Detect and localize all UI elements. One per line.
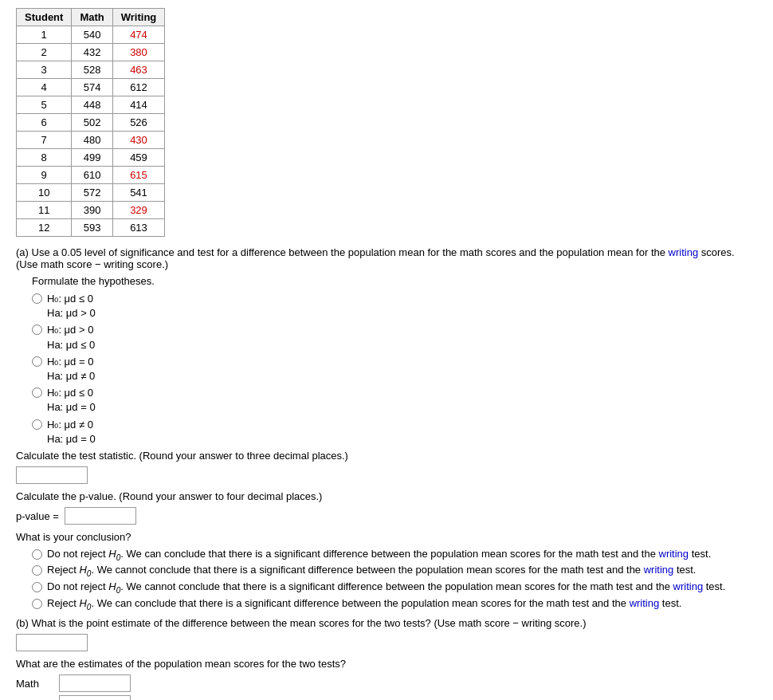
hypothesis-option-3: H₀: μd = 0Ha: μd ≠ 0 — [32, 355, 757, 383]
cell-math: 593 — [72, 219, 112, 237]
cell-math: 432 — [72, 44, 112, 61]
h0-text: H₀: μd ≤ 0 — [47, 292, 96, 306]
hypothesis-text: H₀: μd ≠ 0Ha: μd = 0 — [47, 418, 96, 446]
table-row: 9610615 — [17, 167, 165, 184]
math-mean-input[interactable] — [59, 674, 131, 692]
table-row: 6502526 — [17, 114, 165, 132]
cell-math: 480 — [72, 132, 112, 149]
hypothesis-radio-5[interactable] — [32, 419, 42, 430]
conclusion-text: Do not reject H0. We can conclude that t… — [47, 548, 711, 562]
conclusion-radio-3[interactable] — [32, 582, 42, 592]
table-row: 5448414 — [17, 96, 165, 114]
cell-writing: 526 — [112, 114, 165, 132]
cell-writing: 463 — [112, 61, 165, 79]
table-row: 10572541 — [17, 184, 165, 202]
hypothesis-radio-4[interactable] — [32, 387, 42, 398]
cell-math: 502 — [72, 114, 112, 132]
cell-student: 5 — [17, 96, 72, 114]
h0-text: H₀: μd ≠ 0 — [47, 418, 96, 432]
table-row: 1540474 — [17, 26, 165, 44]
cell-writing: 430 — [112, 132, 165, 149]
table-row: 12593613 — [17, 219, 165, 237]
hypothesis-text: H₀: μd > 0Ha: μd ≤ 0 — [47, 323, 95, 352]
writing-mean-input[interactable] — [59, 695, 131, 700]
cell-writing: 612 — [112, 79, 165, 96]
hypothesis-radio-1[interactable] — [32, 293, 42, 304]
conclusion-radio-2[interactable] — [32, 565, 42, 576]
cell-math: 574 — [72, 79, 112, 96]
cell-student: 6 — [17, 114, 72, 132]
cell-writing: 380 — [112, 44, 165, 61]
h0-text: H₀: μd ≤ 0 — [47, 386, 96, 400]
h0-text: H₀: μd = 0 — [47, 355, 95, 369]
pop-mean-label: What are the estimates of the population… — [16, 658, 757, 670]
conclusion-radio-4[interactable] — [32, 599, 42, 609]
cell-student: 11 — [17, 202, 72, 219]
ha-text: Ha: μd = 0 — [47, 432, 96, 446]
cell-student: 10 — [17, 184, 72, 202]
pvalue-prefix: p-value = — [16, 509, 59, 521]
table-row: 4574612 — [17, 79, 165, 96]
conclusion-option-4: Reject H0. We can conclude that there is… — [32, 597, 757, 612]
table-row: 8499459 — [17, 149, 165, 167]
ha-text: Ha: μd ≤ 0 — [47, 338, 95, 352]
part-a-section: (a) Use a 0.05 level of significance and… — [16, 246, 757, 611]
formulate-label: Formulate the hypotheses. — [32, 275, 757, 287]
conclusion-option-2: Reject H0. We cannot conclude that there… — [32, 564, 757, 578]
part-a-instruction: (a) Use a 0.05 level of significance and… — [16, 246, 757, 270]
hypothesis-option-5: H₀: μd ≠ 0Ha: μd = 0 — [32, 418, 757, 446]
cell-math: 572 — [72, 184, 112, 202]
conclusion-text: Do not reject H0. We cannot conclude tha… — [47, 580, 725, 595]
col-header-student: Student — [17, 9, 72, 26]
cell-student: 4 — [17, 79, 72, 96]
table-row: 11390329 — [17, 202, 165, 219]
test-stat-input[interactable] — [16, 466, 88, 484]
cell-student: 3 — [17, 61, 72, 79]
conclusion-option-1: Do not reject H0. We can conclude that t… — [32, 548, 757, 562]
cell-student: 9 — [17, 167, 72, 184]
cell-math: 390 — [72, 202, 112, 219]
table-row: 7480430 — [17, 132, 165, 149]
pvalue-input[interactable] — [65, 507, 136, 525]
ha-text: Ha: μd = 0 — [47, 400, 96, 415]
conclusion-options: Do not reject H0. We can conclude that t… — [16, 548, 757, 611]
conclusion-option-3: Do not reject H0. We cannot conclude tha… — [32, 580, 757, 595]
hypothesis-radio-2[interactable] — [32, 324, 42, 335]
hypothesis-text: H₀: μd ≤ 0Ha: μd > 0 — [47, 292, 96, 321]
hypothesis-option-1: H₀: μd ≤ 0Ha: μd > 0 — [32, 292, 757, 321]
data-table: Student Math Writing 1540474243238035284… — [16, 8, 165, 237]
conclusion-text: Reject H0. We cannot conclude that there… — [47, 564, 696, 578]
part-a-label: (a) — [16, 246, 29, 258]
part-b-label: (b) — [16, 617, 29, 629]
part-a-instruction-text: Use a 0.05 level of significance and tes… — [32, 246, 665, 258]
hypothesis-option-2: H₀: μd > 0Ha: μd ≤ 0 — [32, 323, 757, 352]
hypothesis-text: H₀: μd = 0Ha: μd ≠ 0 — [47, 355, 95, 383]
part-b-instruction: (b) What is the point estimate of the di… — [16, 617, 757, 629]
part-b-instruction-text: What is the point estimate of the differ… — [32, 617, 587, 629]
cell-student: 1 — [17, 26, 72, 44]
part-b-section: (b) What is the point estimate of the di… — [16, 617, 757, 700]
cell-student: 7 — [17, 132, 72, 149]
conclusion-text: Reject H0. We can conclude that there is… — [47, 597, 681, 612]
cell-student: 12 — [17, 219, 72, 237]
hypothesis-radio-3[interactable] — [32, 356, 42, 367]
cell-writing: 329 — [112, 202, 165, 219]
conclusion-label: What is your conclusion? — [16, 531, 757, 543]
hypothesis-text: H₀: μd ≤ 0Ha: μd = 0 — [47, 386, 96, 415]
col-header-writing: Writing — [112, 9, 165, 26]
pvalue-label: Calculate the p-value. (Round your answe… — [16, 490, 757, 502]
test-stat-label: Calculate the test statistic. (Round you… — [16, 450, 757, 462]
cell-writing: 615 — [112, 167, 165, 184]
ha-text: Ha: μd > 0 — [47, 306, 96, 321]
cell-writing: 414 — [112, 96, 165, 114]
cell-math: 540 — [72, 26, 112, 44]
cell-writing: 613 — [112, 219, 165, 237]
cell-math: 528 — [72, 61, 112, 79]
cell-student: 8 — [17, 149, 72, 167]
h0-text: H₀: μd > 0 — [47, 323, 95, 337]
part-a-writing-word: writing — [669, 246, 699, 258]
point-estimate-input[interactable] — [16, 634, 88, 651]
cell-writing: 459 — [112, 149, 165, 167]
cell-student: 2 — [17, 44, 72, 61]
conclusion-radio-1[interactable] — [32, 549, 42, 560]
